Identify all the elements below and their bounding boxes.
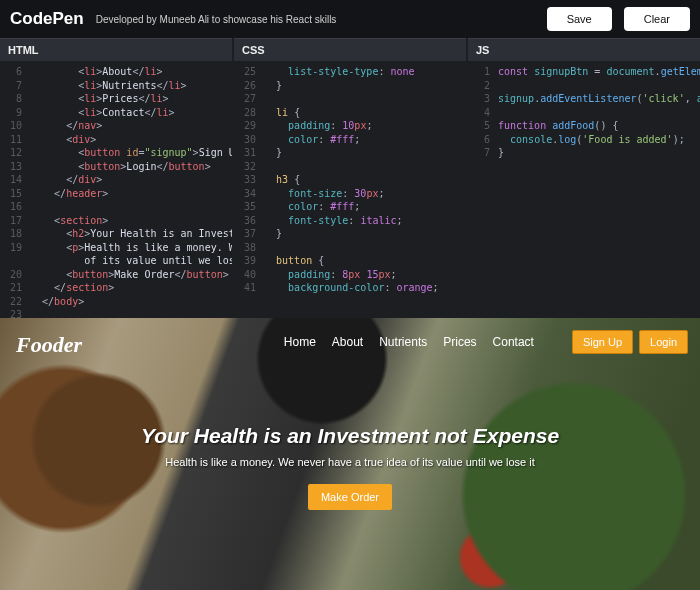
app-description: Developed by Muneeb Ali to showcase his … bbox=[96, 14, 337, 25]
html-pane-header[interactable]: HTML bbox=[0, 38, 232, 61]
js-editor[interactable]: 1const signupBtn = document.getElementBy… bbox=[468, 61, 700, 318]
nav-contact[interactable]: Contact bbox=[493, 335, 534, 349]
js-pane-header[interactable]: JS bbox=[468, 38, 700, 61]
app-brand: CodePen bbox=[10, 9, 84, 29]
hero-headline: Your Health is an Investment not Expense bbox=[20, 424, 680, 448]
preview-auth-buttons: Sign Up Login bbox=[572, 330, 688, 354]
nav-nutrients[interactable]: Nutrients bbox=[379, 335, 427, 349]
preview-pane: Fooder Home About Nutrients Prices Conta… bbox=[0, 318, 700, 590]
css-editor[interactable]: 25 list-style-type: none26 }2728 li {29 … bbox=[234, 61, 466, 318]
js-pane: JS 1const signupBtn = document.getElemen… bbox=[468, 38, 700, 318]
save-button[interactable]: Save bbox=[547, 7, 612, 31]
preview-navlinks: Home About Nutrients Prices Contact bbox=[284, 335, 534, 349]
login-button[interactable]: Login bbox=[639, 330, 688, 354]
html-editor[interactable]: 6 <li>About</li>7 <li>Nutrients</li>8 <l… bbox=[0, 61, 232, 318]
hero-tagline: Health is like a money. We never have a … bbox=[20, 456, 680, 468]
nav-prices[interactable]: Prices bbox=[443, 335, 476, 349]
preview-logo: Fooder bbox=[16, 332, 82, 358]
preview-navbar: Fooder Home About Nutrients Prices Conta… bbox=[0, 318, 700, 366]
nav-about[interactable]: About bbox=[332, 335, 363, 349]
make-order-button[interactable]: Make Order bbox=[308, 484, 392, 510]
clear-button[interactable]: Clear bbox=[624, 7, 690, 31]
css-pane: CSS 25 list-style-type: none26 }2728 li … bbox=[234, 38, 466, 318]
css-pane-header[interactable]: CSS bbox=[234, 38, 466, 61]
html-pane: HTML 6 <li>About</li>7 <li>Nutrients</li… bbox=[0, 38, 232, 318]
signup-button[interactable]: Sign Up bbox=[572, 330, 633, 354]
nav-home[interactable]: Home bbox=[284, 335, 316, 349]
preview-hero: Your Health is an Investment not Expense… bbox=[0, 424, 700, 510]
app-topbar: CodePen Developed by Muneeb Ali to showc… bbox=[0, 0, 700, 38]
editor-panes: HTML 6 <li>About</li>7 <li>Nutrients</li… bbox=[0, 38, 700, 318]
